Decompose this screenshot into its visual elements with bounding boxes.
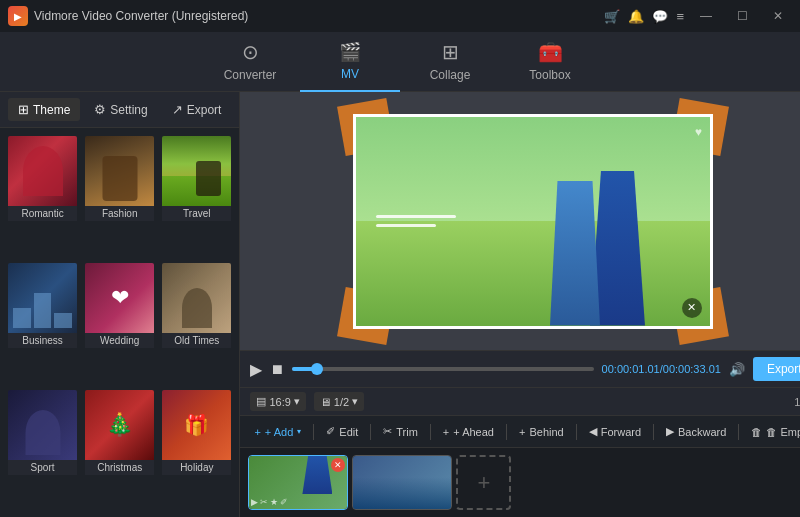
empty-label: 🗑 Empty bbox=[766, 426, 800, 438]
tab-mv[interactable]: 🎬 MV bbox=[300, 32, 400, 92]
theme-holiday[interactable]: 🎁 Holiday bbox=[160, 388, 233, 511]
add-icon: + bbox=[254, 426, 260, 438]
trim-button[interactable]: ✂ Trim bbox=[375, 421, 426, 442]
theme-business[interactable]: Business bbox=[6, 261, 79, 384]
behind-button[interactable]: + Behind bbox=[511, 422, 572, 442]
theme-christmas[interactable]: 🎄 Christmas bbox=[83, 388, 156, 511]
titlebar-left: ▶ Vidmore Video Converter (Unregistered) bbox=[8, 6, 248, 26]
text-line-1 bbox=[376, 215, 456, 218]
theme-travel[interactable]: Travel bbox=[160, 134, 233, 257]
tab-collage[interactable]: ⊞ Collage bbox=[400, 32, 500, 92]
theme-christmas-label: Christmas bbox=[85, 460, 154, 475]
app-icon: ▶ bbox=[8, 6, 28, 26]
preview-area: ✕ ♥ bbox=[240, 92, 800, 350]
theme-wedding[interactable]: ❤ Wedding bbox=[83, 261, 156, 384]
timecode: 00:00:01.01/00:00:33.01 bbox=[602, 363, 721, 375]
frame-close-button[interactable]: ✕ bbox=[682, 298, 702, 318]
chat-icon[interactable]: 💬 bbox=[652, 9, 668, 24]
control-bar: ▶ ⏹ 00:00:01.01/00:00:33.01 🔊 Export bbox=[240, 350, 800, 387]
subtab-theme[interactable]: ⊞ Theme bbox=[8, 98, 80, 121]
theme-sport-label: Sport bbox=[8, 460, 77, 475]
theme-sport[interactable]: Sport bbox=[6, 388, 79, 511]
monitor-icon: 🖥 bbox=[320, 396, 331, 408]
theme-romantic-label: Romantic bbox=[8, 206, 77, 221]
page-count: 1 / 2 bbox=[794, 396, 800, 408]
theme-romantic[interactable]: Romantic bbox=[6, 134, 79, 257]
ahead-label: + Ahead bbox=[453, 426, 494, 438]
add-button[interactable]: + + Add ▾ bbox=[246, 422, 309, 442]
forward-icon: ◀ bbox=[589, 425, 597, 438]
minimize-button[interactable]: — bbox=[692, 6, 720, 26]
clip-scissors-icon: ✂ bbox=[260, 497, 268, 507]
theme-wedding-label: Wedding bbox=[85, 333, 154, 348]
ratio-select[interactable]: ▤ 16:9 ▾ bbox=[250, 392, 305, 411]
play-button[interactable]: ▶ bbox=[250, 360, 262, 379]
titlebar: ▶ Vidmore Video Converter (Unregistered)… bbox=[0, 0, 800, 32]
edit-icon: ✐ bbox=[326, 425, 335, 438]
progress-track[interactable] bbox=[292, 367, 593, 371]
theme-oldtimes[interactable]: Old Times bbox=[160, 261, 233, 384]
tab-converter-label: Converter bbox=[224, 68, 277, 82]
add-clip-button[interactable]: + bbox=[456, 455, 511, 510]
behind-label: Behind bbox=[529, 426, 563, 438]
backward-button[interactable]: ▶ Backward bbox=[658, 421, 734, 442]
converter-icon: ⊙ bbox=[242, 40, 259, 64]
export-icon: ↗ bbox=[172, 102, 183, 117]
mv-icon: 🎬 bbox=[339, 41, 361, 63]
tab-toolbox-label: Toolbox bbox=[529, 68, 570, 82]
bottom-toolbar: + + Add ▾ ✐ Edit ✂ Trim + + Ahead + bbox=[240, 415, 800, 447]
timeline-clip-2[interactable] bbox=[352, 455, 452, 510]
divider-1 bbox=[313, 424, 314, 440]
collage-icon: ⊞ bbox=[442, 40, 459, 64]
stop-button[interactable]: ⏹ bbox=[270, 361, 284, 377]
ratio-chevron: ▾ bbox=[294, 395, 300, 408]
subtab-setting-label: Setting bbox=[110, 103, 147, 117]
empty-button[interactable]: 🗑 🗑 Empty bbox=[743, 422, 800, 442]
subtab-theme-label: Theme bbox=[33, 103, 70, 117]
ahead-icon: + bbox=[443, 426, 449, 438]
ahead-button[interactable]: + + Ahead bbox=[435, 422, 502, 442]
bell-icon[interactable]: 🔔 bbox=[628, 9, 644, 24]
left-panel: ⊞ Theme ⚙ Setting ↗ Export Romanti bbox=[0, 92, 240, 517]
volume-icon[interactable]: 🔊 bbox=[729, 362, 745, 377]
divider-5 bbox=[576, 424, 577, 440]
divider-7 bbox=[738, 424, 739, 440]
monitor-chevron: ▾ bbox=[352, 395, 358, 408]
preview-frame: ✕ ♥ bbox=[353, 114, 713, 329]
menu-icon[interactable]: ≡ bbox=[676, 9, 684, 24]
sub-tabs: ⊞ Theme ⚙ Setting ↗ Export bbox=[0, 92, 239, 128]
titlebar-right-icons: 🛒 🔔 💬 ≡ — ☐ ✕ bbox=[604, 6, 792, 26]
clip-edit-icon: ✐ bbox=[280, 497, 288, 507]
progress-thumb bbox=[311, 363, 323, 375]
forward-button[interactable]: ◀ Forward bbox=[581, 421, 649, 442]
trim-icon: ✂ bbox=[383, 425, 392, 438]
theme-grid: Romantic Fashion Travel bbox=[0, 128, 239, 517]
theme-fashion-label: Fashion bbox=[85, 206, 154, 221]
subtab-export[interactable]: ↗ Export bbox=[162, 98, 232, 121]
export-button[interactable]: Export bbox=[753, 357, 800, 381]
close-button[interactable]: ✕ bbox=[764, 6, 792, 26]
clip-1-controls: ▶ ✂ ★ ✐ bbox=[251, 497, 288, 507]
theme-icon: ⊞ bbox=[18, 102, 29, 117]
edit-button[interactable]: ✐ Edit bbox=[318, 421, 366, 442]
theme-business-label: Business bbox=[8, 333, 77, 348]
tab-converter[interactable]: ⊙ Converter bbox=[200, 32, 300, 92]
tab-collage-label: Collage bbox=[430, 68, 471, 82]
cart-icon[interactable]: 🛒 bbox=[604, 9, 620, 24]
clip-star-icon: ★ bbox=[270, 497, 278, 507]
theme-fashion[interactable]: Fashion bbox=[83, 134, 156, 257]
subtab-setting[interactable]: ⚙ Setting bbox=[84, 98, 157, 121]
text-line-2 bbox=[376, 224, 436, 227]
maximize-button[interactable]: ☐ bbox=[728, 6, 756, 26]
divider-4 bbox=[506, 424, 507, 440]
monitor-select[interactable]: 🖥 1/2 ▾ bbox=[314, 392, 364, 411]
subtab-export-label: Export bbox=[187, 103, 222, 117]
monitor-value: 1/2 bbox=[334, 396, 349, 408]
main-nav: ⊙ Converter 🎬 MV ⊞ Collage 🧰 Toolbox bbox=[0, 32, 800, 92]
app-title: Vidmore Video Converter (Unregistered) bbox=[34, 9, 248, 23]
tab-toolbox[interactable]: 🧰 Toolbox bbox=[500, 32, 600, 92]
timeline: ✕ ▶ ✂ ★ ✐ + bbox=[240, 447, 800, 517]
preview-photo: ✕ ♥ bbox=[353, 114, 713, 329]
trim-label: Trim bbox=[396, 426, 418, 438]
timeline-clip-1[interactable]: ✕ ▶ ✂ ★ ✐ bbox=[248, 455, 348, 510]
